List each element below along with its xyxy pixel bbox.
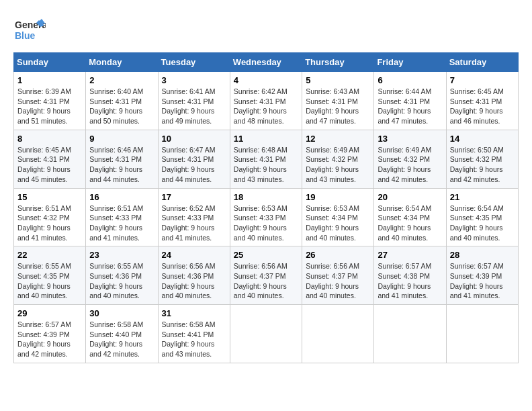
day-info: Sunrise: 6:53 AM Sunset: 4:33 PM Dayligh…	[234, 203, 298, 243]
day-info: Sunrise: 6:51 AM Sunset: 4:33 PM Dayligh…	[89, 203, 154, 243]
day-number: 8	[17, 134, 82, 144]
sunrise-text: Sunrise: 6:42 AM	[234, 87, 287, 95]
sunrise-text: Sunrise: 6:43 AM	[306, 87, 359, 95]
day-number: 2	[89, 75, 154, 85]
day-info: Sunrise: 6:42 AM Sunset: 4:31 PM Dayligh…	[234, 87, 298, 126]
calendar-day-cell: 3 Sunrise: 6:41 AM Sunset: 4:31 PM Dayli…	[158, 72, 230, 130]
day-number: 11	[234, 134, 298, 144]
sunrise-text: Sunrise: 6:39 AM	[17, 87, 71, 95]
sunset-text: Sunset: 4:38 PM	[378, 272, 430, 280]
sunrise-text: Sunrise: 6:56 AM	[306, 262, 359, 270]
calendar-day-cell: 5 Sunrise: 6:43 AM Sunset: 4:31 PM Dayli…	[302, 72, 374, 130]
calendar-day-cell: 17 Sunrise: 6:52 AM Sunset: 4:33 PM Dayl…	[158, 188, 230, 246]
sunrise-text: Sunrise: 6:54 AM	[378, 204, 431, 212]
daylight-text: Daylight: 9 hours and 41 minutes.	[17, 224, 71, 242]
calendar-day-cell: 4 Sunrise: 6:42 AM Sunset: 4:31 PM Dayli…	[230, 72, 302, 130]
calendar-day-header: Thursday	[302, 53, 374, 72]
calendar-table: SundayMondayTuesdayWednesdayThursdayFrid…	[13, 52, 519, 363]
day-number: 15	[17, 192, 82, 202]
logo: General Blue	[13, 13, 46, 46]
daylight-text: Daylight: 9 hours and 43 minutes.	[306, 165, 359, 183]
day-number: 24	[162, 250, 226, 260]
calendar-day-cell: 2 Sunrise: 6:40 AM Sunset: 4:31 PM Dayli…	[86, 72, 158, 130]
day-number: 20	[378, 192, 442, 202]
calendar-day-cell: 1 Sunrise: 6:39 AM Sunset: 4:31 PM Dayli…	[14, 72, 86, 130]
calendar-day-cell	[374, 305, 446, 363]
day-info: Sunrise: 6:58 AM Sunset: 4:41 PM Dayligh…	[162, 320, 226, 359]
day-info: Sunrise: 6:57 AM Sunset: 4:38 PM Dayligh…	[378, 261, 442, 301]
sunset-text: Sunset: 4:31 PM	[378, 97, 430, 105]
daylight-text: Daylight: 9 hours and 44 minutes.	[162, 165, 215, 183]
sunrise-text: Sunrise: 6:54 AM	[450, 204, 504, 212]
day-number: 26	[306, 250, 370, 260]
sunrise-text: Sunrise: 6:56 AM	[234, 262, 287, 270]
daylight-text: Daylight: 9 hours and 43 minutes.	[162, 340, 215, 358]
sunrise-text: Sunrise: 6:57 AM	[450, 262, 504, 270]
day-info: Sunrise: 6:51 AM Sunset: 4:32 PM Dayligh…	[17, 203, 82, 243]
calendar-day-cell: 6 Sunrise: 6:44 AM Sunset: 4:31 PM Dayli…	[374, 72, 446, 130]
day-number: 25	[234, 250, 298, 260]
daylight-text: Daylight: 9 hours and 51 minutes.	[17, 107, 71, 125]
day-number: 12	[306, 134, 370, 144]
sunrise-text: Sunrise: 6:46 AM	[89, 146, 143, 154]
sunrise-text: Sunrise: 6:47 AM	[162, 146, 216, 154]
calendar-day-header: Monday	[86, 53, 158, 72]
sunrise-text: Sunrise: 6:49 AM	[306, 146, 359, 154]
calendar-week-row: 8 Sunrise: 6:45 AM Sunset: 4:31 PM Dayli…	[14, 130, 519, 188]
calendar-week-row: 1 Sunrise: 6:39 AM Sunset: 4:31 PM Dayli…	[14, 72, 519, 130]
daylight-text: Daylight: 9 hours and 42 minutes.	[89, 340, 142, 358]
daylight-text: Daylight: 9 hours and 40 minutes.	[17, 282, 71, 300]
day-number: 17	[162, 192, 226, 202]
calendar-day-cell: 21 Sunrise: 6:54 AM Sunset: 4:35 PM Dayl…	[446, 188, 518, 246]
day-info: Sunrise: 6:40 AM Sunset: 4:31 PM Dayligh…	[89, 87, 154, 126]
sunset-text: Sunset: 4:33 PM	[234, 214, 286, 222]
daylight-text: Daylight: 9 hours and 42 minutes.	[450, 165, 503, 183]
day-number: 31	[162, 308, 226, 318]
calendar-day-cell: 16 Sunrise: 6:51 AM Sunset: 4:33 PM Dayl…	[86, 188, 158, 246]
day-number: 4	[234, 75, 298, 85]
sunset-text: Sunset: 4:31 PM	[234, 155, 286, 163]
day-info: Sunrise: 6:56 AM Sunset: 4:37 PM Dayligh…	[234, 261, 298, 301]
sunset-text: Sunset: 4:32 PM	[450, 155, 502, 163]
day-info: Sunrise: 6:46 AM Sunset: 4:31 PM Dayligh…	[89, 145, 154, 185]
sunset-text: Sunset: 4:33 PM	[162, 214, 214, 222]
daylight-text: Daylight: 9 hours and 45 minutes.	[17, 165, 71, 183]
day-number: 27	[378, 250, 442, 260]
sunset-text: Sunset: 4:32 PM	[378, 155, 430, 163]
day-info: Sunrise: 6:55 AM Sunset: 4:35 PM Dayligh…	[17, 261, 82, 301]
sunset-text: Sunset: 4:37 PM	[306, 272, 358, 280]
calendar-day-cell: 30 Sunrise: 6:58 AM Sunset: 4:40 PM Dayl…	[86, 305, 158, 363]
day-info: Sunrise: 6:50 AM Sunset: 4:32 PM Dayligh…	[450, 145, 515, 185]
day-number: 22	[17, 250, 82, 260]
sunset-text: Sunset: 4:40 PM	[89, 330, 142, 338]
day-number: 23	[89, 250, 154, 260]
calendar-day-cell: 19 Sunrise: 6:53 AM Sunset: 4:34 PM Dayl…	[302, 188, 374, 246]
sunset-text: Sunset: 4:31 PM	[162, 155, 214, 163]
calendar-day-cell: 14 Sunrise: 6:50 AM Sunset: 4:32 PM Dayl…	[446, 130, 518, 188]
sunrise-text: Sunrise: 6:52 AM	[162, 204, 216, 212]
day-info: Sunrise: 6:43 AM Sunset: 4:31 PM Dayligh…	[306, 87, 370, 126]
day-number: 18	[234, 192, 298, 202]
sunset-text: Sunset: 4:35 PM	[450, 214, 502, 222]
sunset-text: Sunset: 4:32 PM	[17, 214, 70, 222]
day-info: Sunrise: 6:44 AM Sunset: 4:31 PM Dayligh…	[378, 87, 442, 126]
sunset-text: Sunset: 4:39 PM	[450, 272, 502, 280]
calendar-day-cell: 24 Sunrise: 6:56 AM Sunset: 4:36 PM Dayl…	[158, 246, 230, 305]
daylight-text: Daylight: 9 hours and 41 minutes.	[89, 224, 142, 242]
daylight-text: Daylight: 9 hours and 50 minutes.	[89, 107, 142, 125]
day-info: Sunrise: 6:54 AM Sunset: 4:34 PM Dayligh…	[378, 203, 442, 243]
daylight-text: Daylight: 9 hours and 40 minutes.	[450, 224, 503, 242]
sunrise-text: Sunrise: 6:57 AM	[17, 320, 71, 328]
sunrise-text: Sunrise: 6:53 AM	[306, 204, 359, 212]
calendar-week-row: 15 Sunrise: 6:51 AM Sunset: 4:32 PM Dayl…	[14, 188, 519, 246]
day-info: Sunrise: 6:56 AM Sunset: 4:37 PM Dayligh…	[306, 261, 370, 301]
daylight-text: Daylight: 9 hours and 48 minutes.	[234, 107, 287, 125]
sunrise-text: Sunrise: 6:48 AM	[234, 146, 287, 154]
sunset-text: Sunset: 4:32 PM	[306, 155, 358, 163]
calendar-day-cell: 20 Sunrise: 6:54 AM Sunset: 4:34 PM Dayl…	[374, 188, 446, 246]
sunrise-text: Sunrise: 6:44 AM	[378, 87, 431, 95]
calendar-header: SundayMondayTuesdayWednesdayThursdayFrid…	[14, 53, 519, 72]
sunset-text: Sunset: 4:35 PM	[17, 272, 70, 280]
day-number: 13	[378, 134, 442, 144]
daylight-text: Daylight: 9 hours and 40 minutes.	[89, 282, 142, 300]
